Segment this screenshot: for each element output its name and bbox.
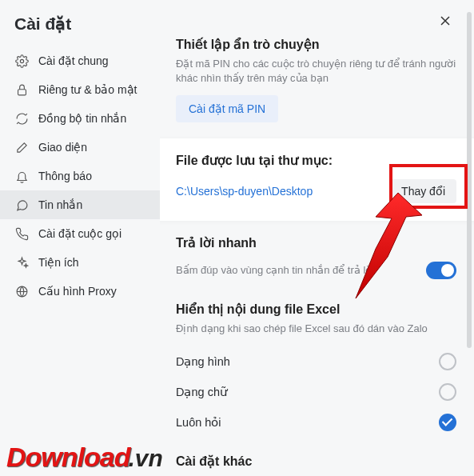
sidebar-item-label: Cấu hình Proxy: [38, 285, 117, 298]
sidebar-item-utilities[interactable]: Tiện ích: [0, 248, 160, 277]
sidebar-item-calls[interactable]: Cài đặt cuộc gọi: [0, 219, 160, 248]
set-pin-button[interactable]: Cài đặt mã PIN: [176, 95, 278, 122]
quick-reply-section: Trả lời nhanh Bấm đúp vào vùng cạnh tin …: [176, 235, 456, 286]
radio-excel-ask[interactable]: [439, 414, 456, 431]
file-save-title: File được lưu tại thư mục:: [176, 153, 456, 168]
lock-icon: [14, 82, 29, 97]
settings-main: Thiết lập ẩn trò chuyện Đặt mã PIN cho c…: [160, 0, 474, 476]
hide-chat-desc: Đặt mã PIN cho các cuộc trò chuyện riêng…: [176, 57, 456, 86]
other-title: Cài đặt khác: [176, 454, 456, 469]
phone-icon: [14, 226, 29, 241]
svg-point-0: [20, 59, 23, 62]
quick-reply-title: Trả lời nhanh: [176, 235, 456, 250]
gear-icon: [14, 54, 29, 68]
quick-reply-desc: Bấm đúp vào vùng cạnh tin nhắn để trả lờ…: [176, 263, 374, 278]
hide-chat-section: Thiết lập ẩn trò chuyện Đặt mã PIN cho c…: [176, 37, 456, 122]
sidebar-item-label: Thông báo: [38, 170, 92, 182]
excel-title: Hiển thị nội dung file Excel: [176, 302, 456, 317]
edit-icon: [14, 140, 29, 154]
settings-sidebar: Cài đặt Cài đặt chung Riêng tư & bảo mật…: [0, 0, 160, 476]
hide-chat-title: Thiết lập ẩn trò chuyện: [176, 37, 456, 52]
radio-excel-text[interactable]: [439, 383, 456, 401]
excel-section: Hiển thị nội dung file Excel Định dạng k…: [176, 302, 456, 437]
sidebar-item-label: Giao diện: [38, 141, 87, 154]
sidebar-item-privacy[interactable]: Riêng tư & bảo mật: [0, 75, 160, 104]
radio-label-text: Dạng chữ: [176, 386, 228, 398]
sparkle-icon: [14, 255, 29, 270]
message-icon: [14, 198, 29, 212]
radio-label-image: Dạng hình: [176, 355, 230, 368]
change-folder-button[interactable]: Thay đổi: [390, 179, 456, 203]
sidebar-item-general[interactable]: Cài đặt chung: [0, 46, 160, 75]
sidebar-item-label: Cài đặt chung: [38, 54, 109, 67]
sidebar-item-label: Cài đặt cuộc gọi: [38, 227, 121, 240]
sidebar-item-messages[interactable]: Tin nhắn: [0, 190, 160, 219]
globe-icon: [14, 284, 29, 298]
sidebar-item-label: Riêng tư & bảo mật: [38, 83, 137, 96]
file-save-path[interactable]: C:\Users\sp-duyen\Desktop: [176, 185, 313, 198]
radio-label-ask: Luôn hỏi: [176, 416, 221, 429]
sync-icon: [14, 111, 29, 126]
sidebar-item-notifications[interactable]: Thông báo: [0, 162, 160, 190]
sidebar-item-appearance[interactable]: Giao diện: [0, 133, 160, 162]
svg-rect-1: [18, 89, 26, 94]
sidebar-item-proxy[interactable]: Cấu hình Proxy: [0, 277, 160, 306]
page-title: Cài đặt: [0, 14, 160, 46]
excel-desc: Định dạng khi sao chép file Excel sau đó…: [176, 322, 456, 336]
radio-excel-image[interactable]: [439, 353, 456, 370]
sidebar-item-sync[interactable]: Đồng bộ tin nhắn: [0, 104, 160, 133]
other-section: Cài đặt khác Tự động tải trước File dưới…: [176, 454, 456, 476]
sidebar-item-label: Tiện ích: [38, 256, 79, 269]
close-button[interactable]: [437, 13, 458, 34]
sidebar-item-label: Đồng bộ tin nhắn: [38, 112, 126, 125]
scrollbar[interactable]: [467, 12, 472, 348]
quick-reply-toggle[interactable]: [426, 262, 456, 279]
sidebar-item-label: Tin nhắn: [38, 198, 82, 211]
bell-icon: [14, 169, 29, 183]
file-save-section: File được lưu tại thư mục: C:\Users\sp-d…: [160, 138, 474, 221]
